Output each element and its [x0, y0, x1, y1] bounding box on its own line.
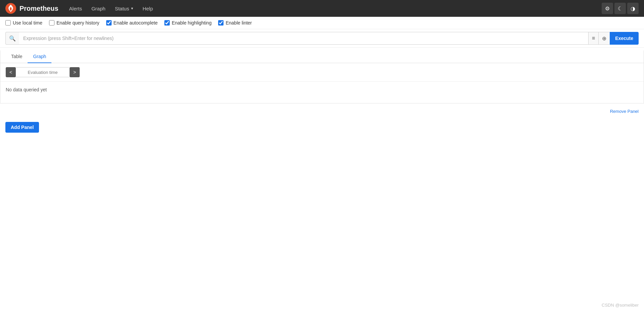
- option-enable-autocomplete[interactable]: Enable autocomplete: [106, 20, 158, 26]
- tab-table[interactable]: Table: [6, 50, 28, 63]
- enable-highlighting-checkbox[interactable]: [164, 20, 170, 26]
- eval-prev-button[interactable]: <: [6, 67, 16, 77]
- execute-button[interactable]: Execute: [610, 32, 639, 45]
- remove-panel-link[interactable]: Remove Panel: [610, 109, 639, 114]
- nav-menu: Alerts Graph Status ▾ Help: [65, 3, 602, 14]
- option-enable-linter[interactable]: Enable linter: [218, 20, 252, 26]
- enable-linter-checkbox[interactable]: [218, 20, 224, 26]
- status-dropdown-icon: ▾: [131, 6, 133, 11]
- enable-linter-label: Enable linter: [226, 20, 252, 26]
- use-local-time-checkbox[interactable]: [5, 20, 11, 26]
- nav-status[interactable]: Status ▾: [111, 3, 137, 14]
- expression-input[interactable]: [19, 32, 588, 45]
- navbar: Prometheus Alerts Graph Status ▾ Help ⚙ …: [0, 0, 644, 17]
- query-panel: Table Graph < > No data queried yet: [0, 50, 644, 103]
- app-title: Prometheus: [19, 5, 58, 12]
- settings-button[interactable]: ⚙: [602, 3, 613, 14]
- add-panel-button[interactable]: Add Panel: [5, 122, 39, 133]
- brand-link[interactable]: Prometheus: [5, 3, 58, 14]
- prometheus-logo-icon: [5, 3, 16, 14]
- query-globe-button[interactable]: ⊕: [598, 32, 610, 45]
- enable-query-history-checkbox[interactable]: [49, 20, 54, 26]
- eval-time-row: < >: [0, 63, 644, 81]
- navbar-right: ⚙ ☾ ◑: [602, 3, 639, 14]
- option-enable-highlighting[interactable]: Enable highlighting: [164, 20, 211, 26]
- search-icon: 🔍: [5, 32, 19, 45]
- nav-alerts[interactable]: Alerts: [65, 3, 86, 14]
- eval-next-button[interactable]: >: [70, 67, 80, 77]
- enable-query-history-label: Enable query history: [56, 20, 99, 26]
- nav-graph[interactable]: Graph: [87, 3, 110, 14]
- panel-tabs: Table Graph: [0, 50, 644, 63]
- no-data-message: No data queried yet: [0, 81, 644, 103]
- enable-autocomplete-checkbox[interactable]: [106, 20, 112, 26]
- query-list-button[interactable]: ≡: [588, 32, 598, 45]
- use-local-time-label: Use local time: [13, 20, 42, 26]
- dark-mode-button[interactable]: ☾: [614, 3, 626, 14]
- remove-panel-row: Remove Panel: [0, 106, 644, 117]
- option-use-local-time[interactable]: Use local time: [5, 20, 42, 26]
- eval-time-input[interactable]: [16, 67, 70, 77]
- query-bar: 🔍 ≡ ⊕ Execute: [0, 29, 644, 48]
- add-panel-row: Add Panel: [0, 117, 644, 138]
- contrast-button[interactable]: ◑: [627, 3, 639, 14]
- tab-graph[interactable]: Graph: [28, 50, 51, 63]
- option-enable-query-history[interactable]: Enable query history: [49, 20, 99, 26]
- options-bar: Use local time Enable query history Enab…: [0, 17, 644, 29]
- enable-autocomplete-label: Enable autocomplete: [114, 20, 158, 26]
- nav-help[interactable]: Help: [138, 3, 157, 14]
- enable-highlighting-label: Enable highlighting: [172, 20, 211, 26]
